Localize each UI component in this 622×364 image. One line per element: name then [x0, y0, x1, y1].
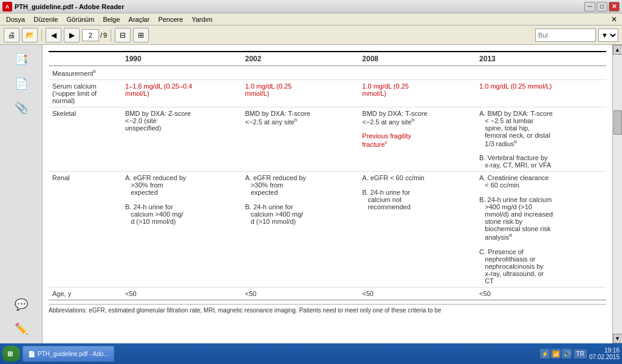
scroll-track[interactable]	[613, 55, 622, 334]
cell-2002-renal: A. eGFR reduced by >30% from expected B.…	[242, 172, 359, 288]
page-separator: /	[100, 32, 102, 39]
main-layout: 📑 📄 📎 💬 ✏️ 1990 2002 2008 2013 M	[0, 45, 622, 343]
back-button[interactable]: ◀	[46, 28, 61, 42]
tray-icon-1[interactable]: ⚡	[540, 349, 550, 359]
cell-1990-skeletal: BMD by DXA: Z-score<−2.0 (siteunspecifie…	[121, 107, 242, 172]
forward-button[interactable]: ▶	[64, 28, 80, 42]
cell-2002-age: <50	[242, 287, 359, 300]
cell-2008-age: <50	[358, 287, 476, 300]
search-dropdown[interactable]: ▼	[598, 29, 618, 42]
menu-araclar[interactable]: Araçlar	[125, 15, 154, 24]
minimize-button[interactable]: ─	[584, 2, 595, 12]
cell-2008-serum: 1.0 mg/dL (0.25mmol/L)	[358, 79, 476, 107]
open-button[interactable]: 📂	[22, 28, 38, 42]
search-input[interactable]	[535, 29, 596, 42]
right-scrollbar[interactable]: ▲ ▼	[612, 45, 622, 343]
col-header-measure	[49, 52, 121, 66]
row-label-renal: Renal	[49, 172, 121, 288]
menu-bar: Dosya Düzenle Görünüm Belge Araçlar Penc…	[0, 13, 622, 25]
system-tray: ⚡ 📶 🔊	[540, 349, 572, 359]
row-label-measurement: Measurementb	[49, 66, 121, 80]
start-icon: ⊞	[7, 350, 13, 358]
row-label-age: Age, y	[49, 287, 121, 300]
cell-1990-renal: A. eGFR reduced by >30% from expected B.…	[121, 172, 242, 288]
taskbar-app-pdf[interactable]: 📄 PTH_guideline.pdf - Ado...	[22, 346, 114, 362]
maximize-button[interactable]: □	[596, 2, 607, 12]
footnote: Abbreviations: eGFR, estimated glomerula…	[49, 304, 606, 316]
table-row: Serum calcium(>upper limit ofnormal) 1–1…	[49, 79, 606, 107]
cell-2013-serum: 1.0 mg/dL (0.25 mmol/L)	[476, 79, 606, 107]
col-header-2008: 2008	[358, 52, 476, 66]
clock-date: 07.02.2015	[589, 354, 620, 360]
cell-2008-skeletal: BMD by DXA: T-score<−2.5 at any siteb Pr…	[358, 107, 476, 172]
table-row: Measurementb	[49, 66, 606, 80]
cell-2013-measurement	[476, 66, 606, 80]
taskbar-app-icon: 📄	[28, 351, 35, 357]
content-area[interactable]: 1990 2002 2008 2013 Measurementb Serum	[43, 45, 612, 343]
clock-time: 19:16	[589, 347, 620, 354]
left-panel: 📑 📄 📎 💬 ✏️	[0, 45, 43, 343]
app-icon: A	[2, 2, 12, 12]
cell-2013-skeletal: A. BMD by DXA: T-score < −2.5 at lumbar …	[476, 107, 606, 172]
language-indicator[interactable]: TR	[574, 349, 587, 359]
guidelines-table: 1990 2002 2008 2013 Measurementb Serum	[49, 51, 606, 300]
window-title: PTH_guideline.pdf - Adobe Reader	[15, 3, 125, 10]
table-row: Skeletal BMD by DXA: Z-score<−2.0 (siteu…	[49, 107, 606, 172]
col-header-2013: 2013	[476, 52, 606, 66]
taskbar-right: ⚡ 📶 🔊 TR 19:16 07.02.2015	[540, 347, 620, 360]
scroll-up-button[interactable]: ▲	[613, 45, 623, 55]
scroll-thumb[interactable]	[613, 110, 622, 135]
toolbar: 🖨 📂 ◀ ▶ / 9 ⊟ ⊞ ▼	[0, 25, 622, 45]
row-label-skeletal: Skeletal	[49, 107, 121, 172]
page-input[interactable]	[82, 29, 99, 41]
attachments-icon[interactable]: 📎	[12, 98, 31, 118]
pages-icon[interactable]: 📄	[12, 74, 31, 93]
cell-2002-measurement	[242, 66, 359, 80]
menu-yardim[interactable]: Yardım	[188, 15, 216, 24]
menu-close[interactable]: ✕	[609, 15, 620, 24]
title-bar: A PTH_guideline.pdf - Adobe Reader ─ □ ✕	[0, 0, 622, 13]
table-row: Age, y <50 <50 <50 <50	[49, 287, 606, 300]
menu-duzenle[interactable]: Düzenle	[30, 15, 61, 24]
row-label-serum: Serum calcium(>upper limit ofnormal)	[49, 79, 121, 107]
cell-2002-skeletal: BMD by DXA: T-score<−2.5 at any siteb	[242, 107, 359, 172]
cell-2008-measurement	[358, 66, 476, 80]
menu-dosya[interactable]: Dosya	[2, 15, 29, 24]
cell-2002-serum: 1.0 mg/dL (0.25mmol/L)	[242, 79, 359, 107]
menu-pencere[interactable]: Pencere	[154, 15, 186, 24]
table-row: Renal A. eGFR reduced by >30% from expec…	[49, 172, 606, 288]
bookmarks-icon[interactable]: 📑	[12, 50, 31, 69]
close-button[interactable]: ✕	[609, 2, 620, 12]
col-header-2002: 2002	[242, 52, 359, 66]
cell-1990-measurement	[121, 66, 242, 80]
cell-1990-age: <50	[121, 287, 242, 300]
cell-1990-serum: 1–1.6 mg/dL (0.25–0.4mmol/L)	[121, 79, 242, 107]
annotate-icon[interactable]: ✏️	[12, 319, 31, 339]
cell-2013-renal: A. Creatinine clearance < 60 cc/min B. 2…	[476, 172, 606, 288]
page-nav: / 9	[82, 29, 107, 41]
taskbar: ⊞ 📄 PTH_guideline.pdf - Ado... ⚡ 📶 🔊 TR …	[0, 343, 622, 364]
print-button[interactable]: 🖨	[4, 28, 19, 42]
start-button[interactable]: ⊞	[2, 346, 20, 362]
page-total: 9	[103, 32, 107, 39]
zoom-in-button[interactable]: ⊞	[133, 28, 149, 42]
comment-icon[interactable]: 💬	[12, 295, 31, 314]
zoom-out-button[interactable]: ⊟	[115, 28, 131, 42]
col-header-1990: 1990	[121, 52, 242, 66]
scroll-down-button[interactable]: ▼	[613, 334, 623, 343]
menu-gorunum[interactable]: Görünüm	[63, 15, 98, 24]
clock: 19:16 07.02.2015	[589, 347, 620, 360]
menu-belge[interactable]: Belge	[99, 15, 123, 24]
tray-icon-2[interactable]: 📶	[551, 349, 561, 359]
cell-2013-age: <50	[476, 287, 606, 300]
tray-icon-3[interactable]: 🔊	[562, 349, 572, 359]
cell-2008-renal: A. eGFR < 60 cc/min B. 24-h urine for ca…	[358, 172, 476, 288]
taskbar-app-label: PTH_guideline.pdf - Ado...	[38, 351, 109, 357]
window-controls[interactable]: ─ □ ✕	[584, 2, 620, 12]
